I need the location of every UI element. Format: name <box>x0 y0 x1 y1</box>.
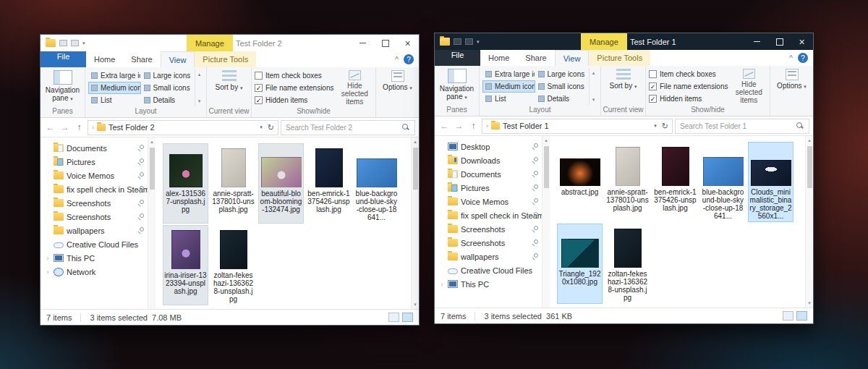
search-box[interactable] <box>281 120 415 135</box>
file-grid[interactable]: abstract.jpgannie-spratt-1378010-unsplas… <box>550 136 805 308</box>
scrollbar-thumb[interactable] <box>150 148 155 190</box>
options-button[interactable]: Options ▾ <box>773 68 810 90</box>
sidebar-item-voice-memos[interactable]: Voice Memos <box>435 195 542 208</box>
details-view-toggle[interactable] <box>783 311 793 321</box>
scrollbar-thumb[interactable] <box>544 146 549 188</box>
checkbox-item-check-boxes[interactable]: Item check boxes <box>649 69 728 80</box>
file-item[interactable]: zoltan-fekeshazi-1363628-unsplash.jpg <box>210 225 256 305</box>
files-scrollbar[interactable]: ▴ ▾ <box>805 136 813 308</box>
address-bar[interactable]: › Test Folder 2 ▾ ↻ <box>88 120 278 135</box>
checkbox-hidden-items[interactable]: ✓Hidden items <box>255 95 334 106</box>
layout-option-small-icons[interactable]: Small icons <box>535 80 588 93</box>
scroll-down-icon[interactable]: ▾ <box>414 300 417 309</box>
sidebar-item-screenshots[interactable]: Screenshots <box>41 196 148 210</box>
sidebar-item-documents[interactable]: Documents <box>435 167 542 181</box>
layout-option-extra-large-icons[interactable]: Extra large icons <box>482 68 535 80</box>
checkbox-hidden-items[interactable]: ✓Hidden items <box>649 93 728 104</box>
scroll-up-icon[interactable]: ▴ <box>808 136 811 145</box>
file-item[interactable]: beautiful-bloom-blooming-132474.jpg <box>258 143 304 224</box>
scroll-down-icon[interactable]: ▾ <box>808 299 811 308</box>
sidebar-item-downloads[interactable]: Downloads <box>435 153 542 167</box>
minimize-button[interactable] <box>352 35 374 51</box>
tab-view[interactable]: View <box>555 50 590 66</box>
address-dropdown-icon[interactable]: ▾ <box>654 123 657 129</box>
back-button[interactable]: ← <box>44 122 56 132</box>
hide-selected-items-button[interactable]: Hide selected items <box>731 68 767 104</box>
layout-option-details[interactable]: Details <box>535 93 588 105</box>
details-view-toggle[interactable] <box>388 313 399 322</box>
sidebar-item-desktop[interactable]: Desktop <box>435 140 542 153</box>
thumbnail-view-toggle[interactable] <box>796 311 807 321</box>
layout-option-medium-icons[interactable]: Medium icons <box>482 80 535 93</box>
address-bar[interactable]: › Test Folder 1 ▾ ↻ <box>482 119 673 134</box>
thumbnail-view-toggle[interactable] <box>402 313 413 322</box>
up-button[interactable]: ↑ <box>467 121 480 131</box>
sidebar-item-this-pc[interactable]: ›This PC <box>435 277 542 291</box>
gallery-down-icon[interactable]: ▾ <box>198 98 201 104</box>
hide-selected-items-button[interactable]: Hide selected items <box>337 69 373 106</box>
ribbon-collapse-icon[interactable]: ^ <box>789 54 793 62</box>
minimize-button[interactable] <box>746 33 768 50</box>
file-item[interactable]: zoltan-fekeshazi-1363628-unsplash.jpg <box>605 224 650 304</box>
qat-new-folder-icon[interactable] <box>71 40 79 46</box>
maximize-button[interactable] <box>768 33 791 50</box>
ribbon-collapse-icon[interactable]: ^ <box>395 56 399 64</box>
layout-option-list[interactable]: List <box>88 94 141 106</box>
navigation-pane-button[interactable]: Navigation pane ▾ <box>438 68 476 101</box>
search-input[interactable] <box>680 122 796 130</box>
file-item[interactable]: annie-spratt-1378010-unsplash.jpg <box>605 142 650 222</box>
tab-share[interactable]: Share <box>517 50 554 66</box>
forward-button[interactable]: → <box>59 122 71 132</box>
file-item[interactable]: Clouds_minimalistic_binary_storage_2560x… <box>748 142 793 222</box>
scrollbar-thumb[interactable] <box>807 146 812 188</box>
refresh-icon[interactable]: ↻ <box>268 123 274 132</box>
contextual-tab-group-label[interactable]: Manage <box>581 33 627 50</box>
chevron-right-icon[interactable]: › <box>439 281 445 288</box>
breadcrumb[interactable]: Test Folder 2 <box>109 123 155 132</box>
sort-by-button[interactable]: Sort by ▾ <box>210 69 248 92</box>
files-scrollbar[interactable]: ▴ ▾ <box>411 137 419 309</box>
gallery-up-icon[interactable]: ▴ <box>592 70 595 76</box>
options-button[interactable]: Options ▾ <box>379 69 416 92</box>
sidebar-item-fix-spell-check-in-steam-ch[interactable]: fix spell check in Steam ch <box>41 182 148 196</box>
back-button[interactable]: ← <box>438 121 451 131</box>
sort-by-button[interactable]: Sort by ▾ <box>604 68 642 90</box>
file-item[interactable]: Triangle_1920x1080.jpg <box>557 224 603 304</box>
checkbox-file-name-extensions[interactable]: ✓File name extensions <box>649 81 728 92</box>
desktop[interactable]: ▾ Manage Test Folder 2 × FileHomeShareVi… <box>0 0 868 369</box>
sidebar-item-documents[interactable]: Documents <box>41 141 148 155</box>
gallery-up-icon[interactable]: ▴ <box>198 72 201 77</box>
file-item[interactable]: abstract.jpg <box>557 142 603 222</box>
tab-picture-tools[interactable]: Picture Tools <box>195 51 256 67</box>
checkbox-file-name-extensions[interactable]: ✓File name extensions <box>255 82 334 93</box>
tab-file[interactable]: File <box>41 51 86 67</box>
search-input[interactable] <box>286 124 401 132</box>
layout-gallery-scroll[interactable]: ▴ ▾ <box>195 69 203 106</box>
file-item[interactable]: ben-emrick-1375426-unsplash.jpg <box>652 142 698 222</box>
forward-button[interactable]: → <box>453 121 465 131</box>
scroll-up-icon[interactable]: ▴ <box>414 137 417 146</box>
sidebar-item-voice-memos[interactable]: Voice Memos <box>41 169 148 182</box>
tab-share[interactable]: Share <box>123 51 160 67</box>
layout-option-medium-icons[interactable]: Medium icons <box>88 82 141 94</box>
layout-option-large-icons[interactable]: Large icons <box>141 69 194 82</box>
layout-option-extra-large-icons[interactable]: Extra large icons <box>88 69 141 82</box>
gallery-down-icon[interactable]: ▾ <box>592 97 595 103</box>
scroll-up-icon[interactable]: ▴ <box>545 136 548 145</box>
contextual-tab-group-label[interactable]: Manage <box>187 35 233 51</box>
file-item[interactable]: annie-spratt-1378010-unsplash.jpg <box>210 143 256 224</box>
sidebar-item-wallpapers[interactable]: wallpapers <box>41 224 148 237</box>
sidebar-item-fix-spell-check-in-steam-ch[interactable]: fix spell check in Steam ch <box>435 208 542 222</box>
sidebar-scrollbar[interactable]: ▴ <box>148 137 156 309</box>
sidebar-item-pictures[interactable]: Pictures <box>435 181 542 195</box>
layout-gallery-scroll[interactable]: ▴ ▾ <box>589 68 597 105</box>
layout-option-small-icons[interactable]: Small icons <box>141 82 194 94</box>
qat-new-folder-icon[interactable] <box>465 38 473 45</box>
sidebar-item-screenshots[interactable]: Screenshots <box>41 210 148 224</box>
sidebar-item-creative-cloud-files[interactable]: Creative Cloud Files <box>435 263 542 277</box>
tab-home[interactable]: Home <box>480 50 517 66</box>
layout-option-large-icons[interactable]: Large icons <box>535 68 588 80</box>
refresh-icon[interactable]: ↻ <box>662 122 668 131</box>
scrollbar-thumb[interactable] <box>413 148 418 190</box>
scroll-up-icon[interactable]: ▴ <box>150 137 153 146</box>
